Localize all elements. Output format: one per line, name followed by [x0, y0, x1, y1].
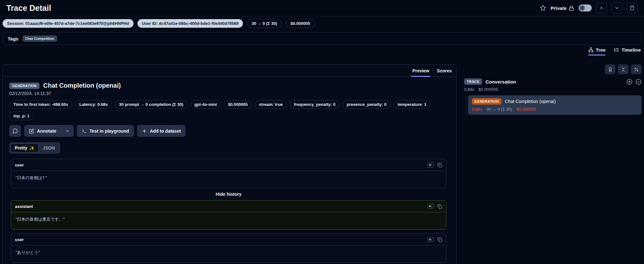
tag-chip[interactable]: Chat Competition — [23, 35, 57, 42]
trash-icon — [630, 5, 635, 11]
privacy-status: Private — [551, 5, 574, 11]
star-icon[interactable] — [540, 5, 546, 11]
privacy-toggle[interactable] — [579, 4, 592, 11]
tab-timeline-label: Timeline — [621, 47, 641, 53]
format-json-button[interactable]: JSON — [39, 143, 59, 152]
badge-time-to-first-token: Time to first token: -498.00s — [9, 100, 72, 109]
generation-latency: 0.68s — [472, 107, 482, 112]
badge-model[interactable]: gpt-4o-mini — [190, 100, 221, 109]
tags-section[interactable]: Tags Chat Competition — [3, 32, 641, 45]
annotate-button[interactable]: Annotate — [24, 125, 61, 137]
privacy-label: Private — [551, 5, 567, 11]
lock-icon — [569, 5, 574, 11]
spacer — [11, 230, 446, 233]
message-tools: M↓ — [428, 237, 442, 242]
tab-preview[interactable]: Preview — [412, 65, 429, 77]
message-user-1: user M↓ "日本の首都は? " — [11, 159, 446, 188]
generation-node-selected[interactable]: GENERATION Chat Completion (openai) 0.68… — [468, 95, 641, 115]
markdown-toggle-icon[interactable]: M↓ — [428, 162, 434, 167]
collapse-all-button[interactable] — [618, 64, 628, 74]
hide-history-button[interactable]: Hide history — [11, 188, 446, 200]
badge-cost: $0.000005 — [224, 100, 252, 109]
tab-scores[interactable]: Scores — [437, 65, 452, 77]
action-buttons: Annotate Test in playground Add to datas… — [9, 125, 448, 137]
next-trace-button[interactable] — [611, 3, 622, 13]
session-badge[interactable]: Session: 01aaacf6-e0fe-457d-a7de-7c1ee08… — [3, 19, 134, 28]
message-role: user — [15, 237, 24, 242]
message-assistant: assistant M↓ "日本の首都は東京です。" — [11, 200, 446, 230]
message-content: "ありがとう" — [11, 246, 446, 262]
comment-icon — [12, 128, 18, 134]
message-header: user M↓ — [11, 234, 446, 246]
annotate-split-button: Annotate — [24, 125, 74, 137]
trace-title: Conversation — [486, 79, 516, 84]
terminal-icon — [82, 128, 87, 134]
view-tabs: Tree Timeline — [588, 47, 641, 55]
badge-token-counts: 30 prompt → 0 completion (Σ 30) — [115, 100, 187, 109]
plus-icon — [142, 128, 147, 134]
chevron-down-icon — [65, 129, 70, 133]
badge-latency: Latency: 0.68s — [75, 100, 112, 109]
message-header: user M↓ — [11, 159, 446, 171]
sparkles-icon: ✨ — [29, 146, 34, 150]
user-id-badge[interactable]: User ID: dc47a41e-06bc-400d-bde1-f0e440d… — [137, 19, 243, 28]
pretty-label: Pretty — [15, 145, 27, 150]
percent-icon — [634, 67, 639, 72]
trace-root-node[interactable]: TRACE Conversation — [464, 78, 641, 85]
badge-presence-penalty: presence_penalty: 0 — [342, 100, 391, 109]
delete-trace-button[interactable] — [627, 3, 638, 13]
tree-children: GENERATION Chat Completion (openai) 0.68… — [464, 95, 641, 115]
trace-metrics: 0.68s $0.000005 — [464, 87, 641, 92]
copy-icon[interactable] — [437, 163, 442, 167]
trace-type-badge: TRACE — [464, 78, 482, 85]
observation-header: GENERATION Chat Completion (openai) — [9, 82, 448, 89]
observation-panel: Preview Scores GENERATION Chat Completio… — [3, 64, 457, 264]
generation-type-badge: GENERATION — [472, 98, 501, 105]
format-pretty-button[interactable]: Pretty ✨ — [11, 143, 39, 152]
cost-badge: $0.000005 — [286, 19, 315, 28]
collapse-icon — [621, 67, 626, 72]
annotate-label: Annotate — [37, 128, 56, 134]
panel-tabs: Preview Scores — [3, 65, 456, 77]
toggle-knob — [580, 5, 585, 11]
observation-timestamp: 02/12/2024, 14:11:37 — [9, 91, 448, 96]
tab-tree[interactable]: Tree — [588, 47, 606, 55]
markdown-toggle-icon[interactable]: M↓ — [428, 237, 434, 242]
token-usage-badge: 30 → 0 (Σ 30) — [247, 19, 282, 28]
message-tools: M↓ — [428, 162, 442, 167]
add-to-dataset-button[interactable]: Add to dataset — [137, 125, 186, 137]
message-role: assistant — [15, 204, 33, 209]
previous-trace-button[interactable] — [596, 3, 607, 13]
badge-frequency-penalty: frequency_penalty: 0 — [290, 100, 340, 109]
badge-top-p: top_p: 1 — [9, 112, 34, 120]
timeline-icon — [614, 47, 619, 53]
chevron-up-icon — [599, 5, 604, 11]
comment-button[interactable] — [9, 125, 21, 137]
chevron-down-icon — [614, 5, 619, 11]
generation-cost: $0.000005 — [516, 107, 536, 112]
copy-icon[interactable] — [437, 237, 442, 242]
markdown-toggle-icon[interactable]: M↓ — [428, 204, 434, 209]
message-header: assistant M↓ — [11, 201, 446, 212]
test-in-playground-button[interactable]: Test in playground — [77, 125, 134, 137]
circle-minus-icon[interactable] — [635, 79, 641, 85]
message-content: "日本の首都は東京です。" — [11, 212, 446, 229]
circle-plus-icon[interactable] — [626, 79, 633, 85]
scores-toggle-button[interactable] — [605, 64, 615, 74]
badge-temperature: temperature: 1 — [393, 100, 430, 109]
tree-toolbar — [464, 64, 641, 74]
panel-body: GENERATION Chat Completion (openai) 02/1… — [3, 77, 456, 264]
observation-title: Chat Completion (openai) — [43, 82, 121, 89]
tree-icon — [588, 47, 594, 53]
metrics-toggle-button[interactable] — [631, 64, 641, 74]
format-toggle: Pretty ✨ JSON — [9, 142, 60, 154]
copy-icon[interactable] — [437, 204, 442, 209]
playground-label: Test in playground — [90, 128, 129, 134]
generation-node-metrics: 0.68s 30 → 0 (Σ 30) $0.000005 — [472, 107, 638, 112]
badge-stream: stream: true — [255, 100, 287, 109]
generation-type-badge: GENERATION — [9, 83, 40, 89]
tree-expand-controls — [626, 79, 641, 85]
tab-timeline[interactable]: Timeline — [614, 47, 641, 55]
award-icon — [608, 67, 613, 72]
annotate-dropdown-button[interactable] — [62, 125, 74, 137]
